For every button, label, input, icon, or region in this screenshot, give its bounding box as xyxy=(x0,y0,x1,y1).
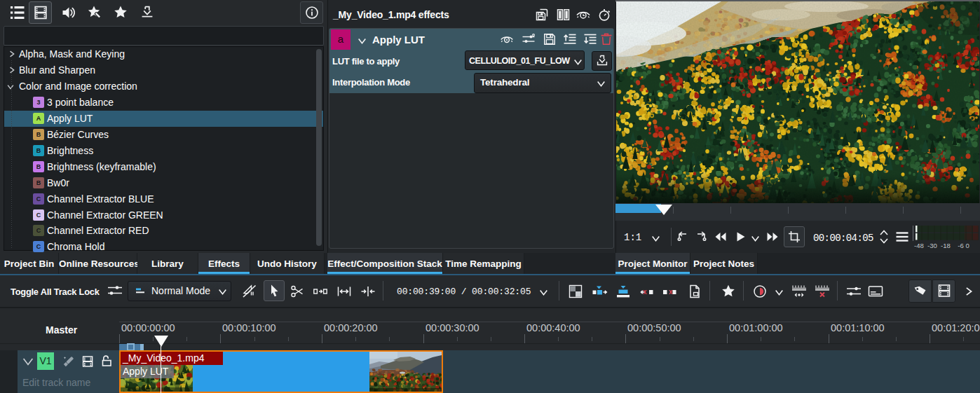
svg-text:x: x xyxy=(669,288,673,296)
